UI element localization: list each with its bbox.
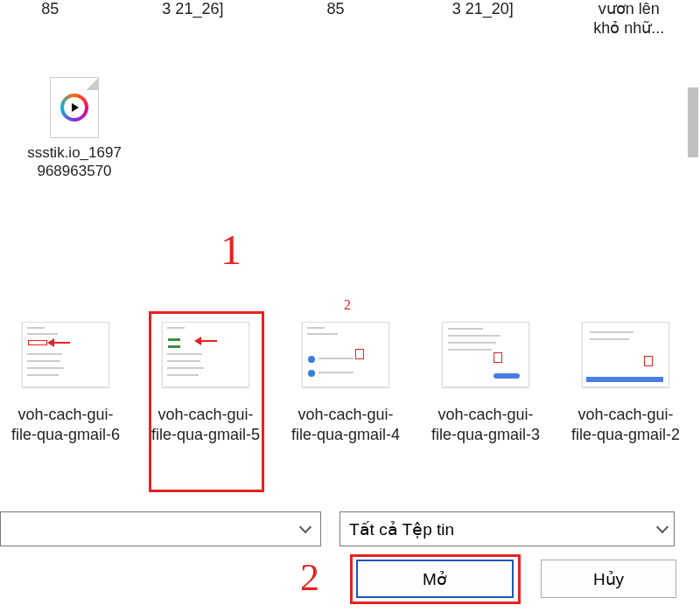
file-label-fragment[interactable]: vươn lên khỏ nhữ... [584,0,674,38]
image-thumbnail [22,322,109,387]
cancel-button-label: Hủy [593,569,624,589]
filetype-label: Tất cả Tệp tin [349,519,454,539]
annotation-number-1: 1 [220,226,242,274]
file-label-fragment[interactable]: 3 21_20] [434,0,532,38]
open-button-label: Mở [423,569,447,589]
file-item-image[interactable]: voh-cach-gui-file-qua-gmail-4 [289,322,402,446]
file-item-image[interactable]: voh-cach-gui-file-qua-gmail-6 [9,322,122,446]
file-row: ssstik.io_1697968963570 [26,77,150,181]
filename-input[interactable] [0,511,321,546]
file-label-fragment[interactable]: 85 [303,0,368,38]
image-thumbnail [582,322,669,387]
vertical-scrollbar[interactable] [688,87,698,157]
file-item-image[interactable]: voh-cach-gui-file-qua-gmail-3 [429,322,542,446]
file-row-partial: 85 3 21_26] 85 3 21_20] vươn lên khỏ nhữ… [18,0,674,38]
file-row-thumbnails: voh-cach-gui-file-qua-gmail-6 voh-cach-g… [9,322,677,446]
image-thumbnail [162,322,249,387]
cancel-button[interactable]: Hủy [541,560,676,598]
file-item-image-selected[interactable]: voh-cach-gui-file-qua-gmail-5 [149,322,262,446]
filetype-select[interactable]: Tất cả Tệp tin [340,511,675,546]
annotation-number-small: 2 [344,297,351,313]
file-label: voh-cach-gui-file-qua-gmail-6 [9,405,122,446]
file-item-image[interactable]: voh-cach-gui-file-qua-gmail-2 [569,322,682,446]
file-label-fragment[interactable]: 3 21_26] [144,0,242,38]
open-button[interactable]: Mở [356,560,514,598]
image-thumbnail [442,322,529,387]
file-label: ssstik.io_1697968963570 [24,143,125,181]
image-thumbnail [302,322,389,387]
file-label: voh-cach-gui-file-qua-gmail-2 [569,405,682,446]
file-list-pane: 85 3 21_26] 85 3 21_20] vươn lên khỏ nhữ… [0,0,682,490]
video-file-icon [50,77,99,138]
file-label-fragment[interactable]: 85 [18,0,83,38]
file-label: voh-cach-gui-file-qua-gmail-3 [429,405,542,446]
file-label: voh-cach-gui-file-qua-gmail-4 [289,405,402,446]
file-item-video[interactable]: ssstik.io_1697968963570 [26,77,122,181]
annotation-number-2: 2 [300,555,319,600]
file-label: voh-cach-gui-file-qua-gmail-5 [149,405,262,446]
